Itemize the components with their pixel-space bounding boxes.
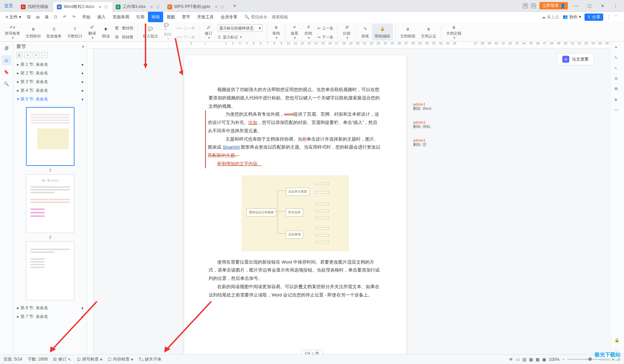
rail-bookmark[interactable]: 🔖 <box>2 67 11 77</box>
file-menu[interactable]: ≡ 文件 ▾ <box>3 14 24 20</box>
view-eye-icon[interactable]: 👁 <box>509 357 513 362</box>
zoom-out[interactable]: − <box>562 357 565 362</box>
section-item-5[interactable]: ▾第 5 节: 未命名▾ <box>14 95 87 104</box>
ribbon-s2t[interactable]: 繁繁转简 <box>115 24 133 32</box>
status-missing-font[interactable]: T▵缺失字体 <box>139 356 161 362</box>
quick-save-icon[interactable]: 🖫 <box>26 14 32 20</box>
rail-sections[interactable]: 🗂 <box>2 55 11 65</box>
menu-dev[interactable]: 开发工具 <box>194 12 217 22</box>
window-close[interactable]: ✕ <box>598 1 607 11</box>
sidebar-tool-a[interactable]: ☰ <box>16 52 23 58</box>
cloud-status[interactable]: ☁ 未上云 <box>542 14 559 20</box>
ribbon-doc-proof[interactable]: 🗎文档校对 <box>23 24 44 40</box>
ribbon-reject[interactable]: ✗拒绝 <box>301 24 315 40</box>
apps-icon[interactable]: 品 <box>531 3 536 8</box>
ribbon-doc-service[interactable]: 🗒批改服务 <box>44 24 64 40</box>
ribbon-review-pane[interactable]: 🗎审阅 <box>269 24 283 40</box>
ribbon-prev-comment[interactable]: ↩上一条 <box>317 24 333 32</box>
right-rail-lock[interactable]: 🔒 <box>614 338 621 344</box>
search-input[interactable] <box>251 15 299 19</box>
menu-more-icon[interactable]: ⋮ <box>607 15 611 19</box>
zoom-pct[interactable]: 100% <box>549 357 560 362</box>
sidebar-tool-d[interactable]: − <box>41 52 47 58</box>
share-button[interactable]: ⇪ 分享 <box>585 14 603 21</box>
right-rail-edit[interactable]: ✎ <box>614 55 621 62</box>
menu-insert[interactable]: 插入 <box>94 12 109 22</box>
grid-icon[interactable]: 田 <box>523 3 528 8</box>
comment-3[interactable]: admin1 删除: 您 <box>413 136 431 149</box>
section-item-3[interactable]: ▸第 3 节: 未命名▾ <box>14 78 87 86</box>
page-thumb-3[interactable] <box>26 241 74 300</box>
ribbon-spellcheck[interactable]: ✔a拼写检查 <box>2 24 23 40</box>
status-word-count[interactable]: 字数: 2869 <box>28 356 47 362</box>
home-tab[interactable]: 首页 <box>0 0 17 11</box>
quick-print-icon[interactable]: 🖶 <box>44 14 50 20</box>
ribbon-restrict-editing[interactable]: 🔒限制编辑 <box>372 24 393 40</box>
ribbon-accept[interactable]: ✔接受 <box>288 24 301 40</box>
status-content-check[interactable]: ☐内容检查▾ <box>108 356 133 362</box>
ribbon-markup-state-select[interactable]: 显示标记的最终状态▾ <box>218 24 263 32</box>
menu-page-layout[interactable]: 页面布局 <box>109 12 133 22</box>
page-thumb-1[interactable] <box>26 107 74 166</box>
section-item-1[interactable]: ▸第 1 节: 未命名▾ <box>14 60 87 69</box>
command-search[interactable]: 🔍 <box>244 15 299 19</box>
ribbon-compare[interactable]: ⇄比较 <box>340 24 354 40</box>
tab-word-doc[interactable]: W Word教程2.docx <box>53 2 112 12</box>
sidebar-tool-c[interactable]: ＋ <box>33 52 39 58</box>
ribbon-revise[interactable]: 🖉修订 <box>202 24 216 40</box>
ribbon-permissions[interactable]: 🗎文档权限 <box>397 24 418 40</box>
quick-saveas-icon[interactable]: 🖭 <box>35 14 41 20</box>
coop-button[interactable]: 👥 协作 ▾ <box>563 14 581 20</box>
quick-preview-icon[interactable]: 🗋 <box>53 14 59 20</box>
view-focus-icon[interactable]: ▣ <box>542 357 546 362</box>
ribbon-next-comment[interactable]: ↪下一条 <box>317 33 333 41</box>
rail-outline[interactable]: 🗐 <box>2 44 11 53</box>
ribbon-finalize[interactable]: 🗎文档定稿 <box>443 24 464 40</box>
ribbon-word-count[interactable]: ⠿字数统计 <box>64 24 85 40</box>
menu-start[interactable]: 开始 <box>79 12 94 22</box>
status-spellcheck[interactable]: ☑拼写检查▾ <box>77 356 102 362</box>
login-button[interactable]: 立即登录 👤 <box>539 2 568 9</box>
comment-2[interactable]: admin1 删除: 例如 <box>413 118 431 131</box>
tab-xlsx[interactable]: S 工作簿3.xlsx <box>112 2 164 12</box>
tab-pptx[interactable]: P WPS PPT教程.pptx <box>164 2 228 12</box>
view-layout1-icon[interactable]: ▤ <box>522 357 526 362</box>
view-layout2-icon[interactable]: ▦ <box>529 357 533 362</box>
window-maximize[interactable]: ▢ <box>585 1 594 11</box>
window-minimize[interactable]: — <box>571 1 581 11</box>
menu-vip[interactable]: 会员专享 <box>217 12 241 22</box>
thesis-check-button[interactable]: ≡ 论文查重 <box>557 53 594 65</box>
right-rail-table[interactable]: ▭ <box>614 107 621 114</box>
ribbon-auth[interactable]: 🗎文档认证 <box>418 24 439 40</box>
page-thumb-2[interactable]: 第一章 XXXX <box>26 174 74 233</box>
view-layout3-icon[interactable]: ▩ <box>536 357 539 362</box>
tab-add[interactable]: + <box>228 3 241 9</box>
sidebar-close[interactable] <box>82 44 84 49</box>
pin-toggle[interactable] <box>105 6 107 8</box>
pin-toggle[interactable] <box>221 6 223 8</box>
ribbon-show-markup[interactable]: 🗒显示标记 <box>218 33 263 41</box>
menu-sections[interactable]: 章节 <box>178 12 194 22</box>
window-other[interactable]: ⋮ <box>611 1 621 11</box>
sidebar-tool-b[interactable]: + <box>25 52 31 58</box>
pin-toggle[interactable] <box>156 6 159 8</box>
ribbon-translate[interactable]: a⁵翻译 <box>85 24 99 40</box>
menu-references[interactable]: 引用 <box>133 12 148 22</box>
menu-view[interactable]: 视图 <box>163 12 178 22</box>
status-revise-toggle[interactable]: ☒ 修订 ↖ 单击可打开/关闭修订功能 <box>53 356 71 362</box>
section-item-4[interactable]: ▸第 4 节: 未命名▾ <box>14 86 87 95</box>
right-rail-db[interactable]: ⛃ <box>614 87 621 93</box>
ribbon-t2s[interactable]: 简简转繁 <box>115 33 133 41</box>
comment-1[interactable]: admin1 删除: Word <box>413 100 431 113</box>
ribbon-ink[interactable]: ✎画笔 <box>358 24 372 40</box>
right-rail-ai[interactable]: ✦ <box>614 45 621 51</box>
status-page[interactable]: 页面: 5/14 <box>3 356 22 362</box>
collapse-ribbon-icon[interactable]: ⌃ <box>614 15 618 19</box>
section-item-2[interactable]: ▸第 2 节: 未命名▾ <box>14 69 87 78</box>
quick-undo-icon[interactable]: ↶ <box>62 14 68 20</box>
quick-redo-icon[interactable]: ↷ <box>71 14 77 20</box>
rail-search[interactable]: 🔍 <box>2 79 11 89</box>
tab-template[interactable]: D 找稻壳模板 <box>17 2 53 12</box>
view-page-icon[interactable]: ▭ <box>516 357 520 362</box>
ribbon-read-aloud[interactable]: 🗣朗读 <box>99 24 113 40</box>
